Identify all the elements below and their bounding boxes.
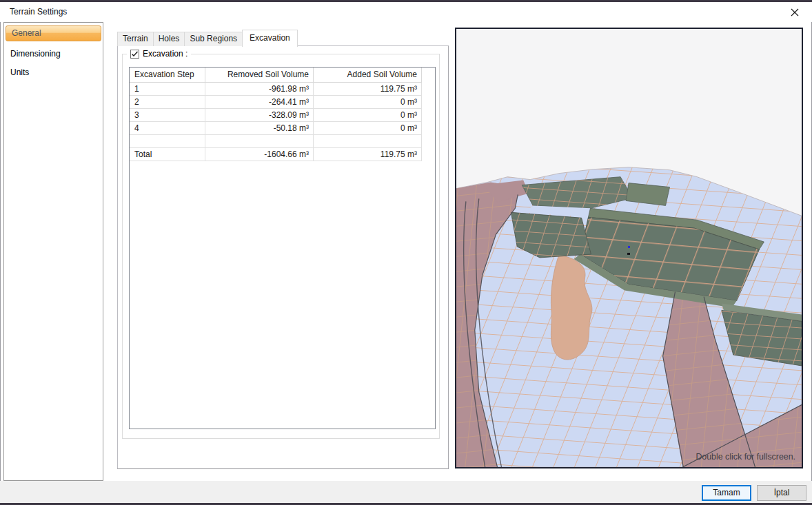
- cell-added: [314, 135, 422, 148]
- terrain-tabs: Terrain Holes Sub Regions Excavation: [117, 29, 297, 46]
- excavation-table: Excavation Step Removed Soil Volume Adde…: [129, 67, 436, 429]
- cell-step: [130, 135, 205, 148]
- cell-step: Total: [130, 148, 205, 161]
- excavation-legend: Excavation :: [127, 49, 191, 59]
- cell-added: 119.75 m³: [314, 83, 422, 96]
- table-header-row: Excavation Step Removed Soil Volume Adde…: [130, 68, 422, 83]
- dialog-footer: Tamam İptal: [0, 481, 812, 503]
- excavation-table-grid: Excavation Step Removed Soil Volume Adde…: [130, 68, 422, 161]
- cell-step: 4: [130, 122, 205, 135]
- sidebar-item-units[interactable]: Units: [4, 60, 103, 79]
- table-row[interactable]: 2 -264.41 m³ 0 m³: [130, 96, 422, 109]
- close-button[interactable]: [783, 4, 806, 21]
- cell-added: 119.75 m³: [314, 148, 422, 161]
- checkmark-icon: [131, 50, 139, 58]
- cell-removed: [205, 135, 314, 148]
- cell-removed: -1604.66 m³: [205, 148, 314, 161]
- axis-marker-blue: [628, 246, 630, 248]
- tab-sub-regions[interactable]: Sub Regions: [184, 32, 243, 46]
- cell-added: 0 m³: [314, 122, 422, 135]
- terrain-3d-preview[interactable]: Double click for fullscreen.: [455, 28, 803, 468]
- tab-terrain[interactable]: Terrain: [117, 32, 154, 46]
- excavation-groupbox: Excavation : Excavation Step Removed Soi…: [122, 54, 440, 439]
- cell-step: 2: [130, 96, 205, 109]
- table-row-empty[interactable]: [130, 135, 422, 148]
- cell-step: 3: [130, 109, 205, 122]
- close-icon: [791, 8, 799, 17]
- axis-marker-black: [627, 253, 630, 255]
- table-row-total[interactable]: Total -1604.66 m³ 119.75 m³: [130, 148, 422, 161]
- cancel-button[interactable]: İptal: [757, 485, 806, 501]
- cell-removed: -961.98 m³: [205, 83, 314, 96]
- tab-excavation[interactable]: Excavation: [242, 30, 298, 47]
- excavation-checkbox-label: Excavation :: [143, 49, 187, 59]
- sidebar-item-general[interactable]: General: [6, 25, 101, 41]
- title-bar: Terrain Settings: [0, 2, 812, 22]
- table-row[interactable]: 3 -328.09 m³ 0 m³: [130, 109, 422, 122]
- excavation-checkbox[interactable]: [130, 50, 139, 59]
- cell-removed: -50.18 m³: [205, 122, 314, 135]
- window-title: Terrain Settings: [10, 7, 67, 17]
- tab-holes[interactable]: Holes: [153, 32, 185, 46]
- table-row[interactable]: 1 -961.98 m³ 119.75 m³: [130, 83, 422, 96]
- column-header-added-soil-volume[interactable]: Added Soil Volume: [314, 68, 422, 83]
- column-header-excavation-step[interactable]: Excavation Step: [130, 68, 205, 83]
- fullscreen-hint: Double click for fullscreen.: [696, 452, 795, 462]
- cell-step: 1: [130, 83, 205, 96]
- terrain-settings-dialog: Terrain Settings General Dimensioning Un…: [0, 0, 812, 505]
- sidebar-item-dimensioning[interactable]: Dimensioning: [4, 41, 103, 60]
- cell-removed: -264.41 m³: [205, 96, 314, 109]
- terrain-3d-render: Double click for fullscreen.: [456, 29, 802, 467]
- excavation-tab-page: Excavation : Excavation Step Removed Soi…: [117, 45, 449, 469]
- cell-added: 0 m³: [314, 96, 422, 109]
- cell-added: 0 m³: [314, 109, 422, 122]
- column-header-removed-soil-volume[interactable]: Removed Soil Volume: [205, 68, 314, 83]
- settings-category-list: General Dimensioning Units: [3, 22, 103, 481]
- cell-removed: -328.09 m³: [205, 109, 314, 122]
- table-row[interactable]: 4 -50.18 m³ 0 m³: [130, 122, 422, 135]
- ok-button[interactable]: Tamam: [702, 485, 751, 501]
